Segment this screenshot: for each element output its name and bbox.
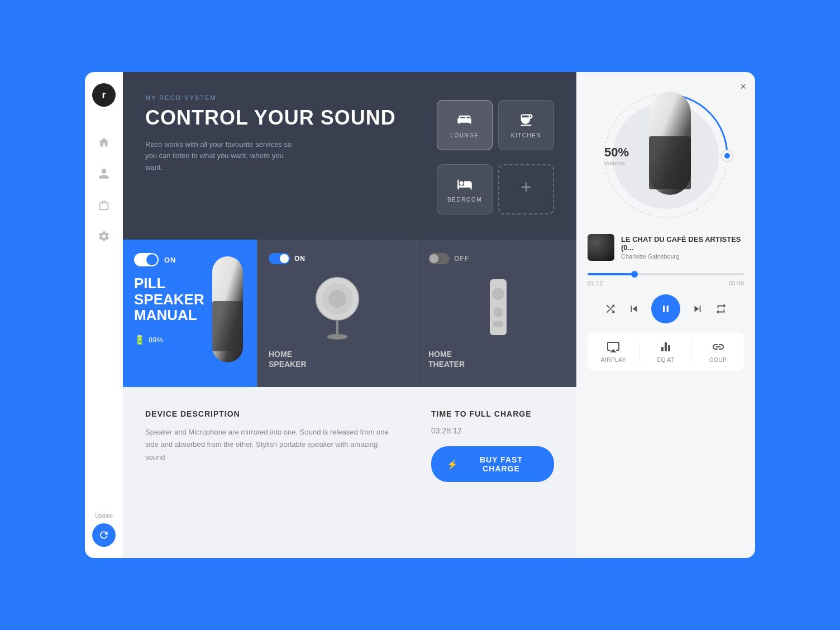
battery-icon: 🔋: [134, 335, 145, 345]
sidebar-bottom: Update: [92, 513, 116, 547]
svg-rect-8: [492, 288, 504, 300]
progress-bar[interactable]: [588, 273, 744, 275]
hero-rooms: LOUNGE KITCHEN BEDROOM: [437, 100, 554, 223]
pause-button[interactable]: [651, 294, 680, 323]
playback-controls: [588, 294, 744, 323]
track-details: LE CHAT DU CAFÉ DES ARTISTES (0... Charl…: [621, 235, 744, 260]
airplay-control[interactable]: AIRPLAY: [588, 340, 639, 363]
time-row: 01:12 03:40: [588, 280, 744, 287]
link-icon: [712, 340, 725, 354]
room-bedroom-label: BEDROOM: [447, 197, 482, 203]
room-card-kitchen[interactable]: KITCHEN: [498, 100, 554, 150]
room-kitchen-label: KITCHEN: [511, 132, 541, 139]
speaker-toggle[interactable]: [269, 253, 290, 264]
progress-fill: [588, 273, 634, 275]
speaker-toggle-row: ON: [269, 253, 405, 264]
app-logo[interactable]: r: [92, 83, 116, 107]
sidebar-item-profile[interactable]: [96, 166, 112, 182]
eq-control[interactable]: EQ AT: [640, 340, 692, 363]
home-theater-name: HOMETHEATER: [428, 349, 565, 369]
volume-label: Volume: [604, 160, 629, 166]
next-button[interactable]: [691, 303, 704, 315]
progress-section: 01:12 03:40: [588, 269, 744, 287]
prev-button[interactable]: [628, 303, 640, 315]
hero-description: Reco works with all your favourite servi…: [145, 139, 302, 174]
time-total: 03:40: [728, 280, 744, 287]
hero-title: CONTROL YOUR SOUND: [145, 107, 420, 129]
theater-toggle-label: OFF: [454, 255, 469, 262]
speaker-toggle-label: ON: [294, 255, 306, 262]
bottom-controls: AIRPLAY EQ AT GOUP: [588, 332, 744, 371]
room-card-lounge[interactable]: LOUNGE: [437, 100, 493, 150]
room-card-add[interactable]: [498, 164, 554, 214]
device-desc-title: DEVICE DESCRIPTION: [145, 409, 398, 418]
shuffle-button[interactable]: [604, 303, 617, 315]
sidebar-item-settings[interactable]: [96, 228, 112, 244]
battery-percentage: 89%: [149, 336, 163, 344]
svg-point-6: [327, 334, 347, 340]
update-label: Update: [95, 513, 113, 519]
player-panel: ×: [576, 72, 755, 558]
devices-panel: ON PILLSPEAKERMANUAL 🔋 89%: [123, 240, 576, 387]
sidebar: r Update: [85, 72, 123, 558]
update-button[interactable]: [92, 523, 116, 547]
sidebar-nav: [96, 135, 112, 513]
featured-device: ON PILLSPEAKERMANUAL 🔋 89%: [123, 240, 257, 387]
buy-fast-charge-button[interactable]: ⚡ BUY FAST CHARGE: [431, 446, 554, 482]
track-thumbnail: [588, 234, 614, 261]
svg-rect-1: [212, 301, 243, 351]
svg-point-14: [724, 153, 730, 159]
time-current: 01:12: [588, 280, 603, 287]
svg-rect-10: [493, 321, 503, 327]
charge-time: 03:28:12: [431, 426, 554, 435]
info-panel: DEVICE DESCRIPTION Speaker and Microphon…: [123, 387, 576, 558]
eq-label: EQ AT: [657, 357, 674, 363]
charge-section: TIME TO FULL CHARGE 03:28:12 ⚡ BUY FAST …: [431, 409, 554, 536]
group-control[interactable]: GOUP: [692, 340, 744, 363]
home-speaker-name: HOMESPEAKER: [269, 349, 405, 369]
hero-subtitle: MY RECO SYSTEM: [145, 94, 420, 101]
buy-btn-label: BUY FAST CHARGE: [464, 455, 538, 473]
theater-toggle-row: OFF: [428, 253, 565, 264]
volume-text: 50% Volume: [604, 145, 629, 166]
hero-text: MY RECO SYSTEM CONTROL YOUR SOUND Reco w…: [145, 94, 420, 223]
track-artist: Charlotte Gainsbourg: [621, 253, 744, 260]
main-content: MY RECO SYSTEM CONTROL YOUR SOUND Reco w…: [123, 72, 576, 558]
device-description-section: DEVICE DESCRIPTION Speaker and Microphon…: [145, 409, 398, 536]
room-card-bedroom[interactable]: BEDROOM: [437, 164, 493, 214]
repeat-button[interactable]: [715, 303, 727, 315]
group-label: GOUP: [709, 357, 727, 363]
svg-rect-9: [493, 307, 503, 317]
hero-panel: MY RECO SYSTEM CONTROL YOUR SOUND Reco w…: [123, 72, 576, 240]
player-close-button[interactable]: ×: [740, 81, 746, 93]
lightning-icon: ⚡: [447, 459, 459, 470]
airplay-icon: [607, 340, 620, 354]
airplay-label: AIRPLAY: [601, 357, 626, 363]
featured-toggle-label: ON: [164, 256, 176, 264]
sidebar-item-home[interactable]: [96, 135, 112, 150]
room-lounge-label: LOUNGE: [450, 132, 479, 139]
sidebar-item-shop[interactable]: [96, 197, 112, 213]
volume-percentage: 50%: [604, 145, 629, 160]
progress-dot: [631, 271, 638, 278]
eq-icon: [659, 340, 672, 354]
device-home-speaker: ON HOMESPEAKER: [257, 240, 417, 387]
track-title: LE CHAT DU CAFÉ DES ARTISTES (0...: [621, 235, 744, 252]
svg-rect-17: [649, 136, 691, 189]
other-devices: ON HOMESPEAKER: [257, 240, 576, 387]
svg-point-4: [328, 290, 346, 308]
theater-toggle[interactable]: [428, 253, 450, 264]
volume-display: 50% Volume: [593, 83, 738, 228]
svg-rect-5: [336, 320, 338, 336]
track-info: LE CHAT DU CAFÉ DES ARTISTES (0... Charl…: [588, 234, 744, 261]
device-desc-text: Speaker and Microphone are mirrored into…: [145, 426, 398, 463]
charge-title: TIME TO FULL CHARGE: [431, 409, 554, 418]
device-home-theater: OFF HOMETHEATER: [417, 240, 576, 387]
featured-toggle[interactable]: [134, 253, 159, 266]
